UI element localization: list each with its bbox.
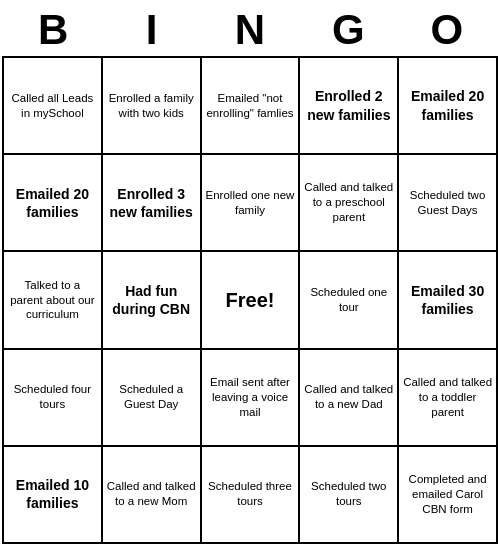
- bingo-cell-0: Called all Leads in mySchool: [3, 57, 102, 154]
- bingo-cell-15: Scheduled four tours: [3, 349, 102, 446]
- bingo-cell-14: Emailed 30 families: [398, 251, 497, 348]
- bingo-header: BINGO: [0, 0, 500, 56]
- bingo-cell-20: Emailed 10 families: [3, 446, 102, 543]
- bingo-cell-10: Talked to a parent about our curriculum: [3, 251, 102, 348]
- bingo-letter-o: O: [398, 6, 496, 54]
- bingo-cell-11: Had fun during CBN: [102, 251, 201, 348]
- bingo-cell-6: Enrolled 3 new families: [102, 154, 201, 251]
- bingo-cell-16: Scheduled a Guest Day: [102, 349, 201, 446]
- bingo-cell-22: Scheduled three tours: [201, 446, 300, 543]
- bingo-letter-g: G: [299, 6, 397, 54]
- bingo-cell-12: Free!: [201, 251, 300, 348]
- bingo-cell-24: Completed and emailed Carol CBN form: [398, 446, 497, 543]
- bingo-letter-n: N: [201, 6, 299, 54]
- bingo-cell-5: Emailed 20 families: [3, 154, 102, 251]
- bingo-cell-23: Scheduled two tours: [299, 446, 398, 543]
- bingo-cell-18: Called and talked to a new Dad: [299, 349, 398, 446]
- bingo-cell-9: Scheduled two Guest Days: [398, 154, 497, 251]
- bingo-cell-17: Email sent after leaving a voice mail: [201, 349, 300, 446]
- bingo-cell-13: Scheduled one tour: [299, 251, 398, 348]
- bingo-cell-3: Enrolled 2 new families: [299, 57, 398, 154]
- bingo-letter-b: B: [4, 6, 102, 54]
- bingo-cell-4: Emailed 20 families: [398, 57, 497, 154]
- bingo-cell-7: Enrolled one new family: [201, 154, 300, 251]
- bingo-cell-2: Emailed "not enrolling" famlies: [201, 57, 300, 154]
- bingo-cell-1: Enrolled a family with two kids: [102, 57, 201, 154]
- bingo-cell-21: Called and talked to a new Mom: [102, 446, 201, 543]
- bingo-letter-i: I: [102, 6, 200, 54]
- bingo-cell-19: Called and talked to a toddler parent: [398, 349, 497, 446]
- bingo-grid: Called all Leads in mySchoolEnrolled a f…: [2, 56, 498, 544]
- bingo-cell-8: Called and talked to a preschool parent: [299, 154, 398, 251]
